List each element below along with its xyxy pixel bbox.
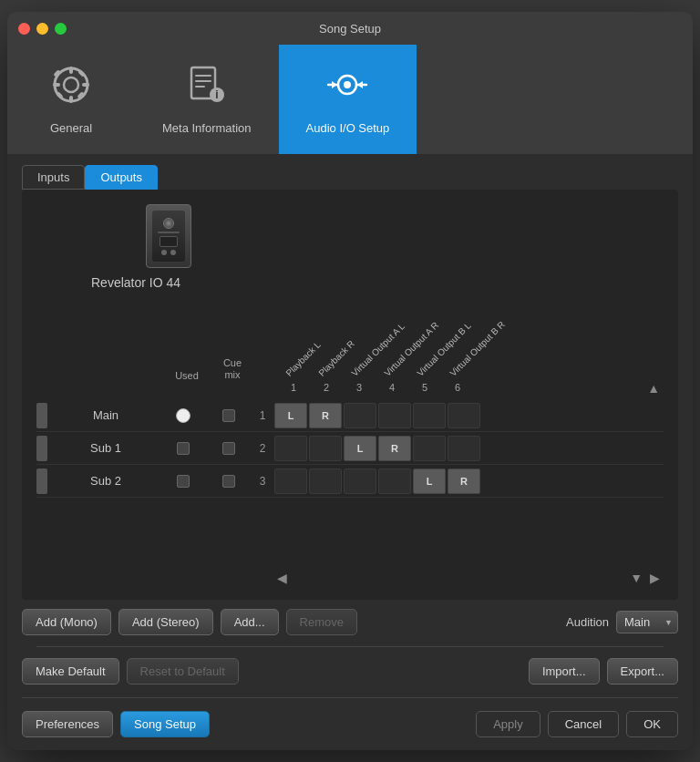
- ok-button[interactable]: OK: [626, 711, 678, 737]
- svg-point-1: [64, 77, 78, 92]
- add-button[interactable]: Add...: [221, 609, 279, 635]
- export-button[interactable]: Export...: [607, 658, 678, 685]
- svg-rect-2: [69, 67, 73, 74]
- used-indicator-main[interactable]: [160, 408, 206, 423]
- cell-sub1-6[interactable]: [448, 436, 480, 461]
- table-row: Main 1 L R: [36, 399, 664, 432]
- audition-label: Audition: [566, 615, 609, 629]
- table-row: Sub 1 2 L R: [36, 432, 664, 465]
- cells-sub2: L R: [273, 469, 481, 494]
- cell-sub2-4[interactable]: [378, 469, 411, 494]
- tab-audio[interactable]: Audio I/O Setup: [279, 45, 417, 154]
- cell-sub1-1[interactable]: [274, 436, 307, 461]
- svg-rect-4: [53, 83, 60, 87]
- device-area: Revelator IO 44: [36, 204, 664, 290]
- scroll-down-arrow[interactable]: ▼: [630, 571, 643, 585]
- cue-checkbox-sub2[interactable]: [206, 475, 252, 488]
- row-num-sub1: 2: [252, 442, 273, 455]
- cancel-button[interactable]: Cancel: [548, 711, 619, 737]
- cell-sub1-2[interactable]: [309, 436, 342, 461]
- svg-marker-21: [357, 81, 363, 88]
- info-icon: i: [186, 64, 228, 114]
- scroll-up-arrow[interactable]: ▲: [647, 381, 660, 396]
- divider: [36, 646, 664, 647]
- controls-row-1: Add (Mono) Add (Stereo) Add... Remove Au…: [22, 609, 678, 635]
- main-window: Song Setup General: [7, 12, 693, 750]
- cell-sub2-5[interactable]: L: [413, 469, 446, 494]
- used-indicator-sub1[interactable]: [160, 442, 206, 455]
- tab-meta[interactable]: i Meta Information: [135, 45, 279, 154]
- used-header: Used: [164, 370, 210, 381]
- maximize-button[interactable]: [55, 23, 67, 35]
- cells-main: L R: [273, 403, 481, 428]
- gear-icon: [50, 64, 92, 114]
- svg-text:i: i: [215, 88, 218, 101]
- tab-meta-label: Meta Information: [162, 121, 252, 135]
- cell-main-3[interactable]: [344, 403, 376, 428]
- bottom-controls: Add (Mono) Add (Stereo) Add... Remove Au…: [7, 600, 693, 694]
- import-button[interactable]: Import...: [529, 658, 600, 685]
- svg-point-17: [344, 81, 351, 88]
- audition-select[interactable]: Main Sub 1 Sub 2: [616, 611, 678, 633]
- scroll-right-arrow[interactable]: ▶: [650, 571, 660, 585]
- row-num-main: 1: [252, 409, 273, 422]
- row-name-sub2: Sub 2: [51, 474, 160, 488]
- tab-header: General i Meta Information: [7, 45, 693, 154]
- used-indicator-sub2[interactable]: [160, 475, 206, 488]
- cell-main-4[interactable]: [378, 403, 411, 428]
- cell-main-5[interactable]: [413, 403, 446, 428]
- remove-button[interactable]: Remove: [286, 609, 357, 635]
- cell-sub1-3[interactable]: L: [344, 436, 376, 461]
- cell-sub1-4[interactable]: R: [378, 436, 411, 461]
- cell-sub2-3[interactable]: [344, 469, 376, 494]
- device-name: Revelator IO 44: [91, 275, 180, 290]
- tab-audio-label: Audio I/O Setup: [306, 121, 390, 135]
- preferences-button[interactable]: Preferences: [22, 711, 113, 737]
- content-area: Inputs Outputs: [7, 154, 693, 750]
- cell-main-2[interactable]: R: [309, 403, 342, 428]
- cells-sub1: L R: [273, 436, 481, 461]
- col-headers: Playback L Playback R Virtual Output A L…: [277, 299, 474, 381]
- col-numbers: 1 2 3 4 5 6: [277, 382, 474, 395]
- traffic-lights: [18, 23, 67, 35]
- close-button[interactable]: [18, 23, 30, 35]
- make-default-button[interactable]: Make Default: [22, 658, 119, 685]
- cell-sub2-2[interactable]: [309, 469, 342, 494]
- reset-to-default-button[interactable]: Reset to Default: [127, 658, 239, 685]
- cell-sub1-5[interactable]: [413, 436, 446, 461]
- apply-button[interactable]: Apply: [476, 711, 540, 737]
- cue-header: Cuemix: [210, 357, 255, 381]
- controls-row-2: Make Default Reset to Default Import... …: [22, 658, 678, 685]
- svg-rect-3: [69, 96, 73, 103]
- audition-wrapper: Main Sub 1 Sub 2: [616, 611, 678, 633]
- audio-io-icon: [326, 64, 368, 114]
- add-mono-button[interactable]: Add (Mono): [22, 609, 111, 635]
- svg-rect-5: [82, 83, 89, 87]
- cell-sub2-6[interactable]: R: [448, 469, 480, 494]
- title-bar: Song Setup: [7, 12, 693, 45]
- add-stereo-button[interactable]: Add (Stereo): [118, 609, 213, 635]
- cell-main-6[interactable]: [448, 403, 480, 428]
- sub-tab-inputs[interactable]: Inputs: [22, 165, 85, 190]
- scroll-left-arrow[interactable]: ◀: [277, 571, 287, 585]
- cell-sub2-1[interactable]: [274, 469, 307, 494]
- cell-main-1[interactable]: L: [274, 403, 307, 428]
- row-num-sub2: 3: [252, 475, 273, 488]
- song-setup-button[interactable]: Song Setup: [120, 711, 210, 737]
- device-image: [146, 204, 191, 268]
- row-name-sub1: Sub 1: [51, 441, 160, 455]
- table-row: Sub 2 3 L R: [36, 465, 664, 498]
- cue-checkbox-sub1[interactable]: [206, 442, 252, 455]
- window-title: Song Setup: [319, 22, 381, 36]
- tab-general[interactable]: General: [7, 45, 135, 154]
- footer-divider: [22, 697, 678, 698]
- row-name-main: Main: [51, 408, 160, 422]
- cue-checkbox-main[interactable]: [206, 409, 252, 422]
- footer: Preferences Song Setup Apply Cancel OK: [7, 702, 693, 750]
- sub-tabs: Inputs Outputs: [7, 154, 693, 190]
- svg-marker-20: [332, 81, 337, 88]
- routing-panel: Revelator IO 44 Used Cuemix Playback L P…: [22, 190, 678, 600]
- sub-tab-outputs[interactable]: Outputs: [85, 165, 158, 190]
- tab-general-label: General: [50, 121, 92, 135]
- minimize-button[interactable]: [36, 23, 48, 35]
